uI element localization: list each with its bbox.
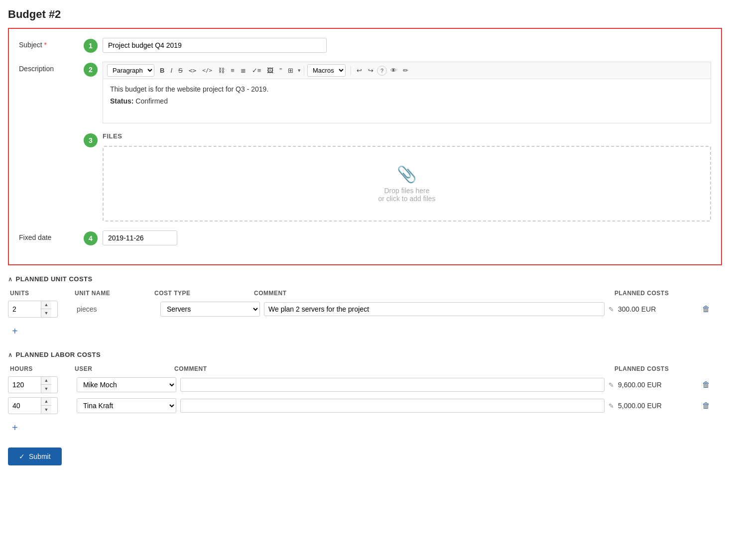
redo-button[interactable]: ↪: [365, 65, 376, 76]
hours-input-2[interactable]: [8, 399, 41, 412]
unit-delete-icon[interactable]: 🗑: [702, 305, 710, 313]
files-section: FILES 📎 Drop files here or click to add …: [103, 132, 711, 222]
hours-increment-2[interactable]: ▲: [41, 398, 51, 406]
table-button[interactable]: ⊞: [285, 65, 296, 76]
labor-comment-cell-2: [180, 399, 605, 413]
labor-edit-icon-2[interactable]: ✎: [608, 402, 614, 410]
labor-edit-icon-1[interactable]: ✎: [608, 381, 614, 389]
step-badge-3: 3: [84, 133, 98, 147]
description-field-row: Description 2 Paragraph B I S <> </> ⛓ ≡…: [19, 62, 711, 123]
image-button[interactable]: 🖼: [264, 65, 276, 76]
labor-costs-row-2: ▲ ▼ Mike Moch Tina Kraft ✎ 5,000.00 EUR …: [8, 397, 722, 414]
dropzone-text-2: or click to add files: [114, 195, 700, 203]
labor-costs-table-header: HOURS USER COMMENT PLANNED COSTS: [8, 365, 722, 372]
units-col-header: UNITS: [8, 290, 73, 297]
fixed-date-label: Fixed date: [19, 230, 84, 241]
hours-cell-2: ▲ ▼: [8, 397, 73, 414]
labor-delete-cell-2: 🗑: [702, 401, 722, 410]
planned-unit-costs-section: ∧ PLANNED UNIT COSTS UNITS UNIT NAME COS…: [8, 275, 722, 339]
planned-costs-col-header: PLANNED COSTS: [612, 290, 702, 297]
subject-label: Subject *: [19, 38, 84, 49]
unit-name-cell: pieces: [77, 305, 156, 313]
hours-spinner-buttons-2: ▲ ▼: [41, 398, 51, 414]
unit-name-col-header: UNIT NAME: [73, 290, 152, 297]
cost-type-col-header: COST TYPE: [152, 290, 252, 297]
step-badge-4: 4: [84, 231, 98, 245]
bullet-list-button[interactable]: ≡: [228, 65, 237, 76]
hours-increment-1[interactable]: ▲: [41, 377, 51, 385]
checklist-button[interactable]: ✓≡: [249, 65, 264, 76]
help-button[interactable]: ?: [377, 66, 387, 76]
planned-labor-costs-section: ∧ PLANNED LABOR COSTS HOURS USER COMMENT…: [8, 351, 722, 436]
quote-button[interactable]: ": [277, 65, 284, 76]
labor-comment-cell-1: [180, 378, 605, 392]
file-dropzone[interactable]: 📎 Drop files here or click to add files: [103, 146, 711, 222]
preview-button-1[interactable]: 👁: [388, 65, 399, 76]
units-cell: ▲ ▼: [8, 301, 73, 318]
subject-input[interactable]: [103, 38, 327, 53]
labor-planned-cost-value-1: 9,600.00 EUR: [618, 381, 662, 389]
hours-decrement-1[interactable]: ▼: [41, 385, 51, 393]
step-badge-1: 1: [84, 39, 98, 53]
labor-comment-input-2[interactable]: [180, 399, 605, 413]
units-spinner-buttons: ▲ ▼: [41, 301, 51, 317]
cost-type-select[interactable]: Servers Hardware Software Other: [160, 302, 260, 317]
user-select-1[interactable]: Mike Moch Tina Kraft: [77, 377, 176, 392]
step-badge-2: 2: [84, 63, 98, 77]
fixed-date-content: [103, 230, 711, 245]
fixed-date-input[interactable]: [103, 230, 177, 245]
subject-field-content: [103, 38, 711, 53]
form-section: Subject * 1 Description 2 Paragraph B I …: [8, 28, 722, 265]
unit-comment-input[interactable]: [264, 302, 605, 316]
units-decrement[interactable]: ▼: [41, 309, 51, 317]
hours-col-header: HOURS: [8, 365, 73, 372]
link-button[interactable]: ⛓: [216, 65, 227, 76]
add-labor-cost-button[interactable]: +: [8, 420, 22, 436]
undo-button[interactable]: ↩: [354, 65, 365, 76]
hours-decrement-2[interactable]: ▼: [41, 406, 51, 414]
unit-costs-caret-icon: ∧: [8, 276, 13, 283]
toolbar-divider-2: [351, 66, 351, 75]
paperclip-icon: 📎: [114, 165, 700, 184]
submit-check-icon: ✓: [19, 452, 25, 460]
labor-delete-cell-1: 🗑: [702, 380, 722, 389]
code-button[interactable]: <>: [186, 65, 199, 76]
labor-planned-costs-col-header: PLANNED COSTS: [612, 365, 702, 372]
submit-button[interactable]: ✓ Submit: [8, 448, 62, 465]
editor-toolbar: Paragraph B I S <> </> ⛓ ≡ ≣ ✓≡ 🖼 " ⊞ ▾ …: [103, 62, 711, 79]
labor-comment-input-1[interactable]: [180, 378, 605, 392]
italic-button[interactable]: I: [168, 65, 175, 76]
macros-select[interactable]: Macros: [307, 64, 346, 77]
labor-planned-cost-cell-1: ✎ 9,600.00 EUR: [608, 381, 698, 389]
embed-button[interactable]: </>: [200, 66, 215, 75]
page-title: Budget #2: [8, 8, 722, 21]
user-cell-2: Mike Moch Tina Kraft: [77, 398, 176, 413]
labor-delete-icon-1[interactable]: 🗑: [702, 380, 710, 389]
numbered-list-button[interactable]: ≣: [238, 65, 248, 76]
dropzone-text-1: Drop files here: [114, 187, 700, 195]
hours-spinner-1[interactable]: ▲ ▼: [8, 376, 58, 393]
hours-spinner-2[interactable]: ▲ ▼: [8, 397, 58, 414]
unit-edit-icon[interactable]: ✎: [608, 306, 614, 313]
labor-planned-cost-cell-2: ✎ 5,000.00 EUR: [608, 402, 698, 410]
hours-cell-1: ▲ ▼: [8, 376, 73, 393]
planned-unit-costs-header: ∧ PLANNED UNIT COSTS: [8, 275, 722, 283]
add-unit-cost-button[interactable]: +: [8, 324, 22, 339]
files-field-row: 3 FILES 📎 Drop files here or click to ad…: [19, 132, 711, 222]
unit-costs-table-header: UNITS UNIT NAME COST TYPE COMMENT PLANNE…: [8, 290, 722, 297]
strikethrough-button[interactable]: S: [176, 65, 185, 76]
hours-input-1[interactable]: [8, 378, 41, 391]
unit-delete-cell: 🗑: [702, 305, 722, 314]
paragraph-select[interactable]: Paragraph: [107, 64, 154, 77]
description-label: Description: [19, 62, 84, 73]
units-input[interactable]: [8, 303, 41, 316]
user-select-2[interactable]: Mike Moch Tina Kraft: [77, 398, 176, 413]
units-spinner[interactable]: ▲ ▼: [8, 301, 58, 318]
units-increment[interactable]: ▲: [41, 301, 51, 309]
preview-button-2[interactable]: ✏: [400, 65, 411, 76]
hours-spinner-buttons-1: ▲ ▼: [41, 377, 51, 393]
editor-area[interactable]: This budget is for the website project f…: [103, 79, 711, 123]
bold-button[interactable]: B: [157, 65, 167, 76]
user-col-header: USER: [73, 365, 172, 372]
labor-delete-icon-2[interactable]: 🗑: [702, 401, 710, 410]
